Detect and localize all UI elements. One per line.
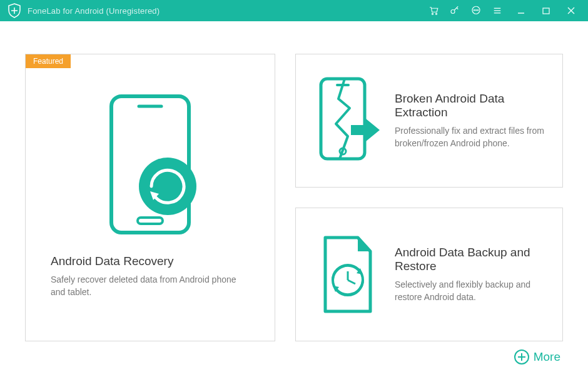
more-row: More bbox=[0, 341, 588, 365]
card-android-backup-restore[interactable]: Android Data Backup and Restore Selectiv… bbox=[295, 208, 563, 341]
minimize-button[interactable] bbox=[512, 1, 530, 20]
feedback-icon[interactable] bbox=[468, 3, 484, 19]
svg-point-2 bbox=[432, 13, 433, 14]
svg-rect-18 bbox=[138, 218, 163, 224]
svg-point-6 bbox=[474, 10, 474, 11]
key-icon[interactable] bbox=[447, 3, 463, 19]
svg-rect-13 bbox=[543, 8, 549, 14]
svg-point-19 bbox=[139, 158, 196, 215]
main-content: Featured Android Data Recovery Safely re… bbox=[0, 21, 588, 341]
recovery-phone-icon bbox=[100, 89, 200, 239]
title-actions bbox=[425, 1, 580, 20]
svg-point-4 bbox=[451, 10, 455, 14]
broken-phone-icon bbox=[313, 74, 382, 168]
svg-point-8 bbox=[477, 10, 478, 11]
app-title: FoneLab for Android (Unregistered) bbox=[28, 6, 425, 16]
svg-rect-23 bbox=[351, 125, 366, 135]
featured-badge: Featured bbox=[26, 54, 71, 68]
close-button[interactable] bbox=[562, 1, 580, 20]
card-title: Android Data Recovery bbox=[51, 254, 250, 268]
card-description: Professionally fix and extract files fro… bbox=[395, 124, 545, 150]
card-title: Broken Android Data Extraction bbox=[395, 92, 545, 119]
backup-file-icon bbox=[313, 234, 382, 315]
plus-circle-icon bbox=[514, 349, 530, 365]
svg-line-26 bbox=[348, 280, 355, 284]
more-button[interactable]: More bbox=[514, 349, 560, 365]
card-android-data-recovery[interactable]: Featured Android Data Recovery Safely re… bbox=[25, 54, 275, 341]
card-description: Safely recover deleted data from Android… bbox=[51, 273, 250, 299]
svg-point-3 bbox=[435, 13, 437, 14]
card-title: Android Data Backup and Restore bbox=[395, 246, 545, 273]
app-logo-icon bbox=[8, 4, 21, 18]
cart-icon[interactable] bbox=[425, 3, 442, 19]
title-bar: FoneLab for Android (Unregistered) bbox=[0, 0, 588, 21]
more-label: More bbox=[534, 350, 560, 364]
maximize-button[interactable] bbox=[537, 1, 555, 20]
card-description: Selectively and flexibly backup and rest… bbox=[395, 278, 545, 304]
menu-icon[interactable] bbox=[489, 3, 505, 19]
card-broken-android-extraction[interactable]: Broken Android Data Extraction Professio… bbox=[295, 54, 563, 188]
svg-point-7 bbox=[475, 10, 476, 11]
